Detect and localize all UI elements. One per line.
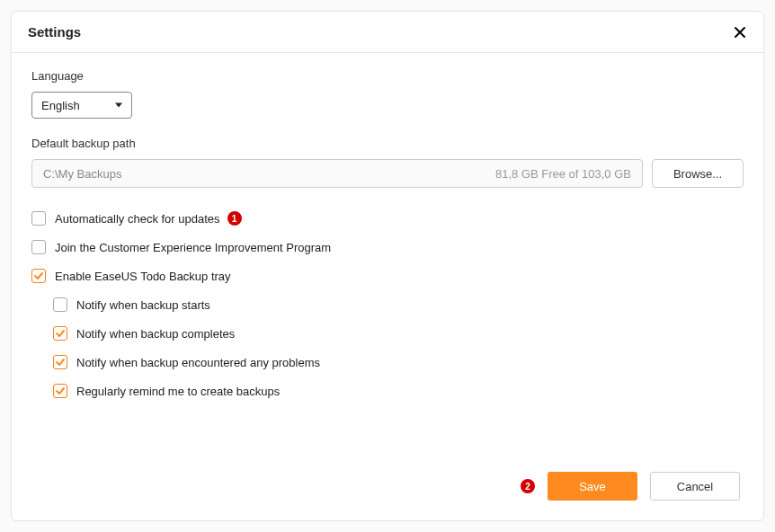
footer: 2 Save Cancel xyxy=(12,457,763,520)
backup-path-input[interactable]: C:\My Backups 81,8 GB Free of 103,0 GB xyxy=(31,159,643,188)
remind-label: Regularly remind me to create backups xyxy=(76,385,280,398)
tray-row: Enable EaseUS Todo Backup tray xyxy=(31,269,744,283)
notify-completes-checkbox[interactable] xyxy=(53,326,67,341)
cei-row: Join the Customer Experience Improvement… xyxy=(31,240,744,254)
tray-subchecks: Notify when backup starts Notify when ba… xyxy=(53,297,744,398)
remind-checkbox[interactable] xyxy=(53,384,67,398)
backup-path-row: C:\My Backups 81,8 GB Free of 103,0 GB B… xyxy=(31,159,744,188)
notify-completes-row: Notify when backup completes xyxy=(53,326,744,341)
settings-window: Settings Language English Default backup… xyxy=(11,11,764,521)
callout-badge-2: 2 xyxy=(521,479,535,493)
window-title: Settings xyxy=(28,24,81,40)
language-label: Language xyxy=(31,69,744,83)
callout-badge-1: 1 xyxy=(227,211,242,226)
settings-body: Language English Default backup path C:\… xyxy=(12,53,763,457)
save-button[interactable]: Save xyxy=(548,472,637,501)
backup-path-free: 81,8 GB Free of 103,0 GB xyxy=(495,167,631,181)
notify-problems-row: Notify when backup encountered any probl… xyxy=(53,355,744,369)
notify-problems-checkbox[interactable] xyxy=(53,355,67,369)
notify-starts-checkbox[interactable] xyxy=(53,297,67,312)
auto-update-row: Automatically check for updates 1 xyxy=(31,211,744,226)
backup-path-label: Default backup path xyxy=(31,137,744,150)
cei-label: Join the Customer Experience Improvement… xyxy=(55,241,331,254)
backup-path-value: C:\My Backups xyxy=(43,167,121,181)
remind-row: Regularly remind me to create backups xyxy=(53,384,744,398)
auto-update-label: Automatically check for updates xyxy=(55,212,220,226)
tray-label: Enable EaseUS Todo Backup tray xyxy=(55,270,231,283)
close-icon[interactable] xyxy=(733,25,747,40)
tray-checkbox[interactable] xyxy=(31,269,46,283)
language-select[interactable]: English xyxy=(31,92,132,119)
cei-checkbox[interactable] xyxy=(31,240,46,254)
notify-completes-label: Notify when backup completes xyxy=(76,327,235,341)
notify-starts-label: Notify when backup starts xyxy=(76,298,210,312)
language-value: English xyxy=(41,99,80,112)
notify-problems-label: Notify when backup encountered any probl… xyxy=(76,356,320,369)
titlebar: Settings xyxy=(12,12,763,53)
caret-down-icon xyxy=(115,103,122,108)
auto-update-checkbox[interactable] xyxy=(31,211,46,226)
cancel-button[interactable]: Cancel xyxy=(650,472,740,501)
browse-button[interactable]: Browse... xyxy=(652,159,744,188)
notify-starts-row: Notify when backup starts xyxy=(53,297,744,312)
